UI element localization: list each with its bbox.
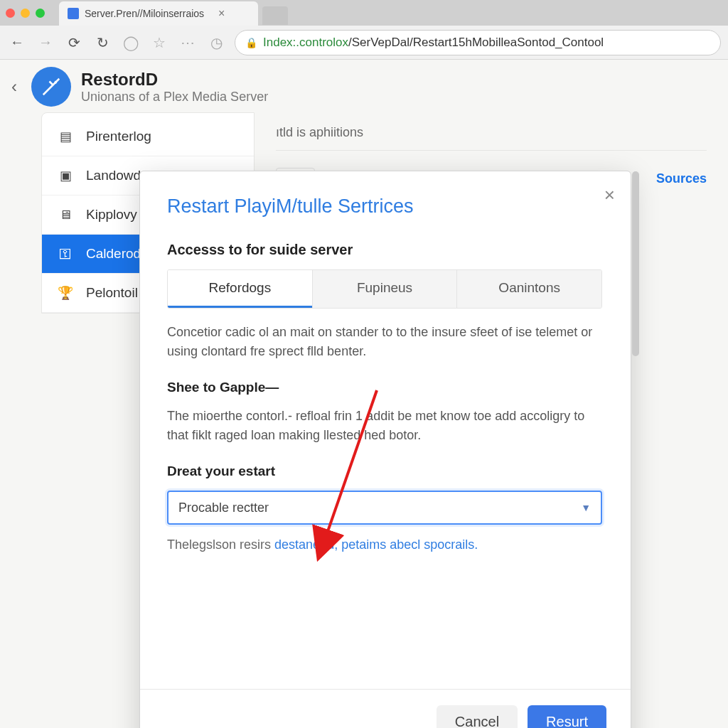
page-subtitle: Unionans of a Plex Media Server: [81, 90, 268, 105]
window-close-icon[interactable]: [6, 9, 15, 18]
window-controls: [6, 9, 45, 18]
monitor-icon: 🖥: [58, 208, 73, 223]
new-tab-button[interactable]: [262, 6, 288, 25]
more-icon[interactable]: ⋯: [178, 34, 198, 51]
tab-label: Fupineus: [357, 280, 412, 295]
browser-tab-bar: Server.Pren//Miloinserraios ×: [0, 0, 728, 26]
window-minimize-icon[interactable]: [21, 9, 30, 18]
page-header: ‹ RestordD Unionans of a Plex Media Serv…: [0, 60, 728, 112]
tab-label: Refordogs: [209, 280, 272, 295]
key-icon: ⚿: [58, 247, 73, 262]
scroll-thumb[interactable]: [632, 171, 639, 356]
modal-subheading: Shee to Gapple—: [167, 380, 602, 395]
modal-close-button[interactable]: ×: [604, 184, 615, 206]
dropdown-value: Procable rectter: [178, 500, 269, 515]
window-maximize-icon[interactable]: [36, 9, 45, 18]
browser-tab[interactable]: Server.Pren//Miloinserraios ×: [59, 1, 258, 26]
tab-close-icon[interactable]: ×: [218, 7, 225, 20]
sidebar-item-label: Pelontoil: [86, 285, 138, 301]
tab-favicon-icon: [68, 8, 79, 19]
chevron-down-icon: ▼: [581, 502, 591, 513]
restart-type-dropdown[interactable]: Procable rectter ▼: [167, 491, 602, 525]
helper-link[interactable]: destaneed, petaims abecl spocrails.: [274, 537, 478, 552]
modal-paragraph: Concetior cadic ol an mait on stander to…: [167, 323, 602, 361]
tab-refordogs[interactable]: Refordogs: [168, 270, 312, 308]
sources-link[interactable]: Sources: [656, 171, 707, 186]
chat-icon: ▣: [58, 168, 73, 183]
shield-icon[interactable]: ◯: [121, 34, 141, 51]
nav-forward-button[interactable]: →: [36, 34, 55, 50]
sidebar-item-label: Pirenterlog: [86, 129, 151, 144]
modal-tabs: Refordogs Fupineus Oanintons: [167, 269, 602, 309]
bookmark-icon[interactable]: ☆: [149, 34, 169, 51]
page-title: RestordD: [81, 70, 268, 90]
restart-modal: × Restart PlayiM/tulle Sertrices Accesss…: [139, 171, 631, 728]
sidebar-item-pirenterlog[interactable]: ▤ Pirenterlog: [42, 117, 254, 156]
address-text: Index:.controlox/SerVepDal/Restart15hMob…: [263, 36, 604, 50]
modal-scrollbar[interactable]: [632, 171, 639, 728]
address-bar[interactable]: 🔒 Index:.controlox/SerVepDal/Restart15hM…: [235, 30, 721, 55]
tab-label: Oanintons: [498, 280, 560, 295]
tab-title: Server.Pren//Miloinserraios: [85, 8, 204, 19]
lock-icon: 🔒: [245, 37, 257, 48]
app-badge-icon: [31, 67, 71, 107]
confirm-button[interactable]: Resurt: [528, 705, 606, 728]
page-back-button[interactable]: ‹: [7, 77, 21, 97]
helper-plain: Thelegslson resirs: [167, 537, 274, 552]
tab-fupineus[interactable]: Fupineus: [312, 270, 457, 308]
modal-footer: Cancel Resurt: [140, 689, 631, 728]
browser-toolbar: ← → ⟳ ↻ ◯ ☆ ⋯ ◷ 🔒 Index:.controlox/SerVe…: [0, 26, 728, 60]
reload-button[interactable]: ⟳: [64, 34, 84, 51]
trophy-icon: 🏆: [58, 285, 73, 301]
modal-paragraph: The mioerthe contorl.- refloal frin 1 ad…: [167, 407, 602, 445]
helper-text: Thelegslson resirs destaneed, petaims ab…: [167, 537, 602, 552]
clock-icon[interactable]: ◷: [206, 34, 226, 51]
nav-back-button[interactable]: ←: [7, 34, 27, 50]
tab-oanintons[interactable]: Oanintons: [456, 270, 601, 308]
field-label: Dreat your estart: [167, 464, 602, 479]
modal-section-heading: Accesss to for suide server: [167, 242, 602, 258]
sidebar-item-label: Kipplovy: [86, 207, 137, 223]
modal-title: Restart PlayiM/tulle Sertrices: [167, 196, 602, 218]
reload-alt-button[interactable]: ↻: [92, 34, 112, 51]
doc-icon: ▤: [58, 129, 73, 144]
content-line: ıtld is aphiitions: [276, 125, 707, 151]
cancel-button[interactable]: Cancel: [437, 705, 518, 728]
